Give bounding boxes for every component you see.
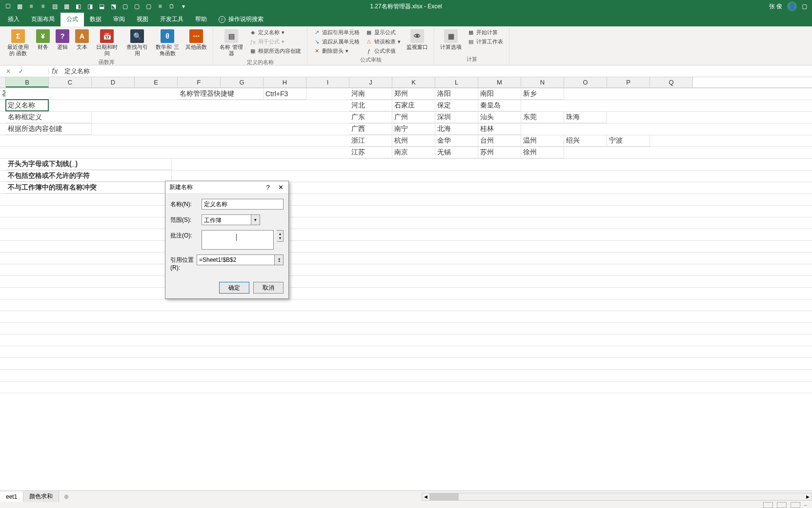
comment-textarea[interactable] (202, 230, 274, 250)
cell[interactable]: 广西 (349, 123, 392, 135)
cell[interactable]: 汕头 (478, 111, 521, 123)
cell[interactable]: 器 (0, 88, 6, 100)
scroll-left-icon[interactable]: ◀ (422, 494, 429, 499)
logic-button[interactable]: ?逻辑 (54, 28, 71, 51)
cell[interactable]: 根据所选内容创建 (6, 123, 92, 135)
tab-help[interactable]: 帮助 (189, 12, 213, 26)
formula-input[interactable]: 定义名称 (61, 67, 812, 76)
tab-view[interactable]: 视图 (131, 12, 154, 26)
create-from-selection-button[interactable]: ▦根据所选内容创建 (247, 47, 303, 55)
cell[interactable]: 深圳 (435, 111, 478, 123)
define-name-button[interactable]: ◈定义名称 ▾ (247, 28, 303, 37)
cell[interactable]: 秦皇岛 (478, 100, 521, 111)
cell[interactable]: 徐州 (521, 147, 564, 158)
cancel-button[interactable]: 取消 (253, 282, 284, 294)
col-header[interactable]: G (221, 77, 264, 87)
col-header[interactable]: J (349, 77, 392, 87)
select-all-corner[interactable] (0, 77, 6, 87)
cell[interactable]: 南宁 (392, 123, 435, 135)
help-button[interactable]: ? (264, 184, 272, 191)
dialog-titlebar[interactable]: 新建名称 ? ✕ (165, 181, 288, 194)
eval-formula-button[interactable]: ƒ公式求值 (364, 47, 403, 55)
cell[interactable]: 新乡 (521, 88, 564, 100)
col-header[interactable]: H (264, 77, 306, 87)
qat-icon[interactable]: ⬓ (98, 2, 105, 10)
cell[interactable]: 保定 (435, 100, 478, 111)
qat-save-icon[interactable]: ☐ (4, 2, 12, 10)
cell[interactable]: 广东 (349, 111, 392, 123)
other-func-button[interactable]: ⋯其他函数 (183, 28, 209, 51)
qat-icon[interactable]: ▢ (144, 2, 152, 10)
close-button[interactable]: ✕ (277, 184, 284, 191)
scroll-thumb[interactable] (429, 493, 459, 500)
qat-icon[interactable]: ▦ (16, 2, 23, 10)
qat-icon[interactable]: ≡ (27, 2, 35, 10)
cell[interactable]: 郑州 (392, 88, 435, 100)
cell[interactable]: 北海 (435, 123, 478, 135)
col-header[interactable]: N (521, 77, 564, 87)
cell[interactable]: 绍兴 (564, 135, 607, 147)
qat-more-icon[interactable]: ▾ (180, 2, 187, 10)
col-header[interactable]: I (306, 77, 349, 87)
page-layout-button[interactable] (777, 502, 787, 508)
cell[interactable]: 名称管理器快捷键 (178, 88, 264, 100)
col-header[interactable]: F (178, 77, 221, 87)
ok-button[interactable]: 确定 (219, 282, 249, 294)
cancel-icon[interactable]: ✕ (4, 68, 13, 75)
cell[interactable]: 温州 (521, 135, 564, 147)
tab-layout[interactable]: 页面布局 (25, 12, 61, 26)
cell[interactable]: 珠海 (564, 111, 607, 123)
add-sheet-button[interactable]: ⊕ (59, 493, 74, 500)
cell[interactable]: 河北 (349, 100, 392, 111)
col-header[interactable]: K (392, 77, 435, 87)
qat-icon[interactable]: ▢ (121, 2, 129, 10)
cell[interactable]: 苏州 (478, 147, 521, 158)
cell[interactable]: 浙江 (349, 135, 392, 147)
tab-search[interactable]: ♀ 操作说明搜索 (213, 12, 269, 26)
qat-icon[interactable]: ≡ (156, 2, 164, 10)
name-box[interactable]: ✕ ✓ (0, 68, 49, 75)
col-header[interactable]: B (6, 77, 49, 87)
qat-icon[interactable]: ▦ (62, 2, 70, 10)
cell[interactable]: 名称框定义 (6, 111, 92, 123)
sheet-tab[interactable]: eet1 (0, 492, 23, 502)
show-formula-button[interactable]: ▦显示公式 (364, 28, 403, 37)
qat-icon[interactable]: ▢ (133, 2, 141, 10)
tab-insert[interactable]: 插入 (2, 12, 25, 26)
name-input[interactable] (202, 199, 284, 210)
col-header[interactable]: E (135, 77, 178, 87)
col-header[interactable]: O (564, 77, 607, 87)
cell[interactable]: Ctrl+F3 (264, 88, 306, 100)
col-header[interactable]: C (49, 77, 92, 87)
page-break-button[interactable] (791, 502, 800, 508)
name-manager-button[interactable]: ▤名称 管理器 (217, 28, 245, 58)
cell[interactable]: 宁波 (607, 135, 650, 147)
watch-window-button[interactable]: 👁监视窗口 (405, 28, 430, 51)
col-header[interactable]: P (607, 77, 650, 87)
qat-icon[interactable]: ◧ (74, 2, 82, 10)
cell[interactable]: 桂林 (478, 123, 521, 135)
ref-input[interactable] (197, 254, 275, 265)
cell[interactable]: 洛阳 (435, 88, 478, 100)
zoom-out-button[interactable]: − (804, 502, 807, 508)
lookup-button[interactable]: 🔍查找与引用 (123, 28, 151, 58)
trace-precedents-button[interactable]: ↗追踪引用单元格 (311, 28, 362, 37)
sheet-tab[interactable]: 颜色求和 (23, 491, 59, 502)
cell[interactable]: 东莞 (521, 111, 564, 123)
qat-icon[interactable]: ⬔ (109, 2, 117, 10)
scroll-down-icon[interactable]: ▾ (279, 236, 281, 240)
trace-dependents-button[interactable]: ↘追踪从属单元格 (311, 38, 362, 46)
cell[interactable]: 开头为字母或下划线(_) (6, 158, 172, 170)
cell[interactable]: 台州 (478, 135, 521, 147)
col-header[interactable]: D (92, 77, 135, 87)
col-header[interactable]: M (478, 77, 521, 87)
recent-functions-button[interactable]: Σ最近使用的 函数 (4, 28, 32, 58)
finance-button[interactable]: ¥财务 (34, 28, 52, 51)
col-header[interactable]: Q (650, 77, 693, 87)
cell[interactable]: 广州 (392, 111, 435, 123)
remove-arrows-button[interactable]: ✕删除箭头 ▾ (311, 47, 362, 55)
qat-new-icon[interactable]: 🗋 (168, 2, 176, 10)
normal-view-button[interactable] (763, 502, 773, 508)
tab-review[interactable]: 审阅 (107, 12, 131, 26)
cell[interactable]: 河南 (349, 88, 392, 100)
